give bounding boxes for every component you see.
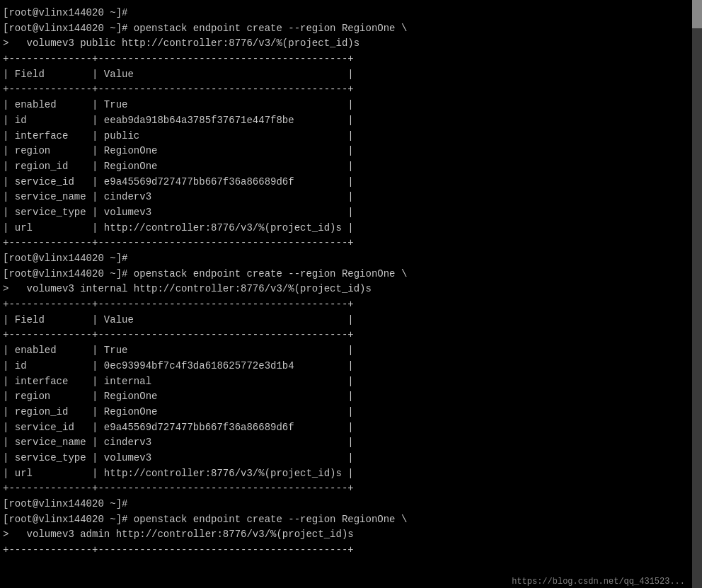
terminal-window: [root@vlinx144020 ~]#[root@vlinx144020 ~…	[0, 0, 702, 588]
terminal-line-l6: +--------------+------------------------…	[3, 82, 699, 98]
status-bar-text: https://blog.csdn.net/qq_431523...	[512, 577, 685, 587]
terminal-line-l27: | region_id | RegionOne |	[3, 405, 699, 420]
terminal-line-l16: +--------------+------------------------…	[3, 236, 699, 251]
terminal-line-l36: +--------------+------------------------…	[3, 543, 699, 558]
terminal-line-l8: | id | eeab9da918b64a3785f37671e447f8be …	[3, 113, 699, 129]
terminal-content: [root@vlinx144020 ~]#[root@vlinx144020 ~…	[3, 6, 699, 558]
terminal-line-l1: [root@vlinx144020 ~]#	[3, 6, 699, 21]
terminal-line-l35: > volumev3 admin http://controller:8776/…	[3, 527, 699, 543]
terminal-line-l24: | id | 0ec93994bf7c4f3da618625772e3d1b4 …	[3, 359, 699, 374]
terminal-line-l10: | region | RegionOne |	[3, 144, 699, 159]
terminal-line-l2: [root@vlinx144020 ~]# openstack endpoint…	[3, 21, 699, 37]
terminal-line-l19: > volumev3 internal http://controller:87…	[3, 282, 699, 297]
terminal-line-l25: | interface | internal |	[3, 374, 699, 390]
terminal-line-l7: | enabled | True |	[3, 98, 699, 113]
terminal-line-l15: | url | http://controller:8776/v3/%(proj…	[3, 221, 699, 236]
terminal-line-l26: | region | RegionOne |	[3, 389, 699, 405]
terminal-line-l29: | service_name | cinderv3 |	[3, 435, 699, 451]
terminal-line-l20: +--------------+------------------------…	[3, 297, 699, 313]
scrollbar[interactable]	[692, 0, 702, 588]
terminal-line-l31: | url | http://controller:8776/v3/%(proj…	[3, 466, 699, 482]
terminal-line-l34: [root@vlinx144020 ~]# openstack endpoint…	[3, 512, 699, 528]
terminal-line-l11: | region_id | RegionOne |	[3, 159, 699, 175]
status-bar: https://blog.csdn.net/qq_431523...	[509, 575, 688, 588]
terminal-line-l33: [root@vlinx144020 ~]#	[3, 497, 699, 512]
terminal-line-l13: | service_name | cinderv3 |	[3, 190, 699, 205]
terminal-line-l18: [root@vlinx144020 ~]# openstack endpoint…	[3, 267, 699, 282]
terminal-line-l4: +--------------+------------------------…	[3, 52, 699, 67]
terminal-line-l32: +--------------+------------------------…	[3, 481, 699, 497]
terminal-line-l22: +--------------+------------------------…	[3, 328, 699, 343]
terminal-line-l14: | service_type | volumev3 |	[3, 205, 699, 221]
scrollbar-thumb[interactable]	[692, 0, 702, 28]
terminal-line-l17: [root@vlinx144020 ~]#	[3, 251, 699, 267]
terminal-line-l28: | service_id | e9a45569d727477bb667f36a8…	[3, 420, 699, 436]
terminal-line-l21: | Field | Value |	[3, 313, 699, 328]
terminal-line-l9: | interface | public |	[3, 129, 699, 144]
terminal-line-l23: | enabled | True |	[3, 343, 699, 359]
terminal-line-l30: | service_type | volumev3 |	[3, 451, 699, 466]
terminal-line-l12: | service_id | e9a45569d727477bb667f36a8…	[3, 175, 699, 190]
terminal-line-l5: | Field | Value |	[3, 67, 699, 83]
terminal-line-l3: > volumev3 public http://controller:8776…	[3, 36, 699, 52]
